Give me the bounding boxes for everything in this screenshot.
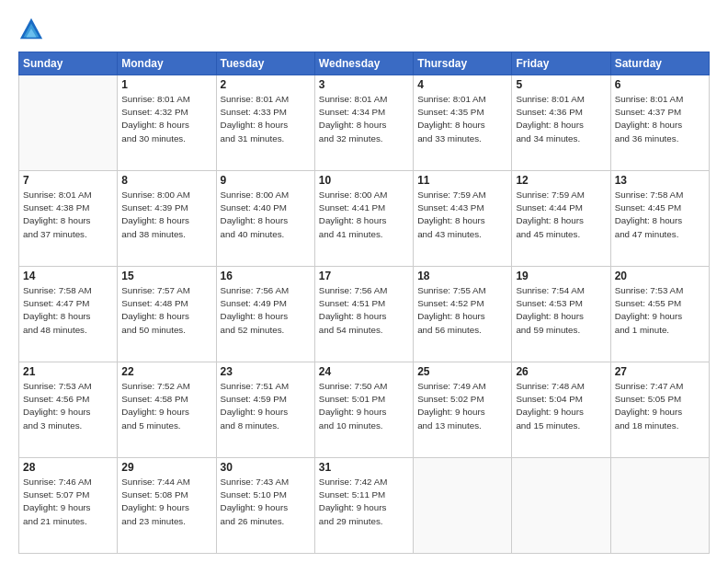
day-info: Sunrise: 7:59 AMSunset: 4:43 PMDaylight:… bbox=[417, 189, 507, 241]
day-info: Sunrise: 8:01 AMSunset: 4:38 PMDaylight:… bbox=[23, 189, 113, 241]
day-number: 20 bbox=[615, 270, 705, 282]
day-number: 14 bbox=[23, 270, 113, 282]
day-info: Sunrise: 7:46 AMSunset: 5:07 PMDaylight:… bbox=[23, 476, 113, 528]
day-number: 1 bbox=[121, 78, 211, 91]
day-info: Sunrise: 7:58 AMSunset: 4:47 PMDaylight:… bbox=[23, 284, 113, 337]
day-number: 24 bbox=[319, 365, 409, 378]
day-info: Sunrise: 7:54 AMSunset: 4:53 PMDaylight:… bbox=[516, 284, 606, 337]
calendar-cell: 31Sunrise: 7:42 AMSunset: 5:11 PMDayligh… bbox=[314, 458, 413, 554]
calendar-week-row: 7Sunrise: 8:01 AMSunset: 4:38 PMDaylight… bbox=[19, 171, 710, 267]
day-number: 19 bbox=[516, 270, 606, 282]
calendar-header-sunday: Sunday bbox=[19, 52, 118, 75]
day-number: 26 bbox=[516, 365, 606, 378]
day-number: 23 bbox=[221, 365, 311, 378]
day-info: Sunrise: 8:01 AMSunset: 4:35 PMDaylight:… bbox=[417, 93, 507, 145]
calendar-cell: 17Sunrise: 7:56 AMSunset: 4:51 PMDayligh… bbox=[314, 267, 413, 362]
day-number: 7 bbox=[23, 174, 113, 187]
day-info: Sunrise: 7:48 AMSunset: 5:04 PMDaylight:… bbox=[516, 380, 606, 432]
calendar-header-monday: Monday bbox=[118, 52, 216, 75]
day-info: Sunrise: 8:01 AMSunset: 4:37 PMDaylight:… bbox=[615, 93, 705, 145]
calendar-cell: 19Sunrise: 7:54 AMSunset: 4:53 PMDayligh… bbox=[512, 267, 610, 362]
day-number: 25 bbox=[417, 365, 507, 378]
calendar-cell: 20Sunrise: 7:53 AMSunset: 4:55 PMDayligh… bbox=[610, 267, 709, 362]
calendar-cell: 12Sunrise: 7:59 AMSunset: 4:44 PMDayligh… bbox=[512, 171, 610, 267]
calendar-cell: 3Sunrise: 8:01 AMSunset: 4:34 PMDaylight… bbox=[314, 75, 413, 171]
calendar-cell: 14Sunrise: 7:58 AMSunset: 4:47 PMDayligh… bbox=[19, 267, 118, 362]
calendar-cell: 26Sunrise: 7:48 AMSunset: 5:04 PMDayligh… bbox=[512, 362, 610, 458]
calendar-cell: 24Sunrise: 7:50 AMSunset: 5:01 PMDayligh… bbox=[314, 362, 413, 458]
day-number: 11 bbox=[417, 174, 507, 187]
day-number: 15 bbox=[121, 270, 211, 282]
calendar-cell: 4Sunrise: 8:01 AMSunset: 4:35 PMDaylight… bbox=[414, 75, 512, 171]
calendar-week-row: 21Sunrise: 7:53 AMSunset: 4:56 PMDayligh… bbox=[19, 362, 710, 458]
day-info: Sunrise: 7:52 AMSunset: 4:58 PMDaylight:… bbox=[121, 380, 211, 432]
day-number: 10 bbox=[319, 174, 409, 187]
day-number: 2 bbox=[221, 78, 311, 91]
day-number: 29 bbox=[121, 461, 211, 474]
day-info: Sunrise: 8:00 AMSunset: 4:40 PMDaylight:… bbox=[221, 189, 311, 241]
calendar-cell: 9Sunrise: 8:00 AMSunset: 4:40 PMDaylight… bbox=[216, 171, 314, 267]
calendar-cell bbox=[19, 75, 118, 171]
calendar-cell: 5Sunrise: 8:01 AMSunset: 4:36 PMDaylight… bbox=[512, 75, 610, 171]
calendar-cell bbox=[610, 458, 709, 554]
day-number: 31 bbox=[319, 461, 409, 474]
calendar-cell: 7Sunrise: 8:01 AMSunset: 4:38 PMDaylight… bbox=[19, 171, 118, 267]
day-number: 17 bbox=[319, 270, 409, 282]
day-info: Sunrise: 7:50 AMSunset: 5:01 PMDaylight:… bbox=[319, 380, 409, 432]
header bbox=[18, 17, 710, 42]
calendar-cell: 6Sunrise: 8:01 AMSunset: 4:37 PMDaylight… bbox=[610, 75, 709, 171]
day-number: 30 bbox=[221, 461, 311, 474]
day-number: 27 bbox=[615, 365, 705, 378]
calendar-cell: 2Sunrise: 8:01 AMSunset: 4:33 PMDaylight… bbox=[216, 75, 314, 171]
day-info: Sunrise: 7:56 AMSunset: 4:51 PMDaylight:… bbox=[319, 284, 409, 337]
day-number: 22 bbox=[121, 365, 211, 378]
day-number: 3 bbox=[319, 78, 409, 91]
calendar-cell: 13Sunrise: 7:58 AMSunset: 4:45 PMDayligh… bbox=[610, 171, 709, 267]
logo bbox=[18, 17, 48, 42]
day-number: 28 bbox=[23, 461, 113, 474]
day-info: Sunrise: 7:51 AMSunset: 4:59 PMDaylight:… bbox=[221, 380, 311, 432]
calendar-cell: 10Sunrise: 8:00 AMSunset: 4:41 PMDayligh… bbox=[314, 171, 413, 267]
calendar-week-row: 1Sunrise: 8:01 AMSunset: 4:32 PMDaylight… bbox=[19, 75, 710, 171]
calendar-cell: 28Sunrise: 7:46 AMSunset: 5:07 PMDayligh… bbox=[19, 458, 118, 554]
day-info: Sunrise: 7:55 AMSunset: 4:52 PMDaylight:… bbox=[417, 284, 507, 337]
calendar-cell bbox=[414, 458, 512, 554]
day-info: Sunrise: 7:53 AMSunset: 4:55 PMDaylight:… bbox=[615, 284, 705, 337]
calendar-cell: 27Sunrise: 7:47 AMSunset: 5:05 PMDayligh… bbox=[610, 362, 709, 458]
day-number: 6 bbox=[615, 78, 705, 91]
calendar-week-row: 14Sunrise: 7:58 AMSunset: 4:47 PMDayligh… bbox=[19, 267, 710, 362]
calendar-cell bbox=[512, 458, 610, 554]
day-number: 12 bbox=[516, 174, 606, 187]
logo-icon bbox=[18, 17, 44, 42]
calendar-cell: 29Sunrise: 7:44 AMSunset: 5:08 PMDayligh… bbox=[118, 458, 216, 554]
calendar-cell: 30Sunrise: 7:43 AMSunset: 5:10 PMDayligh… bbox=[216, 458, 314, 554]
day-number: 13 bbox=[615, 174, 705, 187]
calendar-week-row: 28Sunrise: 7:46 AMSunset: 5:07 PMDayligh… bbox=[19, 458, 710, 554]
calendar-cell: 15Sunrise: 7:57 AMSunset: 4:48 PMDayligh… bbox=[118, 267, 216, 362]
day-info: Sunrise: 8:01 AMSunset: 4:32 PMDaylight:… bbox=[121, 93, 211, 145]
calendar-header-row: SundayMondayTuesdayWednesdayThursdayFrid… bbox=[19, 52, 710, 75]
day-info: Sunrise: 7:53 AMSunset: 4:56 PMDaylight:… bbox=[23, 380, 113, 432]
calendar-cell: 11Sunrise: 7:59 AMSunset: 4:43 PMDayligh… bbox=[414, 171, 512, 267]
day-info: Sunrise: 8:01 AMSunset: 4:34 PMDaylight:… bbox=[319, 93, 409, 145]
day-number: 16 bbox=[221, 270, 311, 282]
calendar-cell: 25Sunrise: 7:49 AMSunset: 5:02 PMDayligh… bbox=[414, 362, 512, 458]
calendar-header-wednesday: Wednesday bbox=[314, 52, 413, 75]
calendar-cell: 16Sunrise: 7:56 AMSunset: 4:49 PMDayligh… bbox=[216, 267, 314, 362]
calendar-cell: 22Sunrise: 7:52 AMSunset: 4:58 PMDayligh… bbox=[118, 362, 216, 458]
calendar-header-thursday: Thursday bbox=[414, 52, 512, 75]
day-info: Sunrise: 8:01 AMSunset: 4:33 PMDaylight:… bbox=[221, 93, 311, 145]
day-number: 18 bbox=[417, 270, 507, 282]
calendar-header-saturday: Saturday bbox=[610, 52, 709, 75]
day-number: 21 bbox=[23, 365, 113, 378]
calendar-cell: 23Sunrise: 7:51 AMSunset: 4:59 PMDayligh… bbox=[216, 362, 314, 458]
calendar-header-tuesday: Tuesday bbox=[216, 52, 314, 75]
calendar-cell: 8Sunrise: 8:00 AMSunset: 4:39 PMDaylight… bbox=[118, 171, 216, 267]
page: SundayMondayTuesdayWednesdayThursdayFrid… bbox=[0, 0, 728, 563]
day-number: 9 bbox=[221, 174, 311, 187]
day-info: Sunrise: 8:00 AMSunset: 4:41 PMDaylight:… bbox=[319, 189, 409, 241]
day-number: 4 bbox=[417, 78, 507, 91]
day-info: Sunrise: 7:43 AMSunset: 5:10 PMDaylight:… bbox=[221, 476, 311, 528]
calendar-table: SundayMondayTuesdayWednesdayThursdayFrid… bbox=[18, 52, 710, 554]
day-info: Sunrise: 7:57 AMSunset: 4:48 PMDaylight:… bbox=[121, 284, 211, 337]
